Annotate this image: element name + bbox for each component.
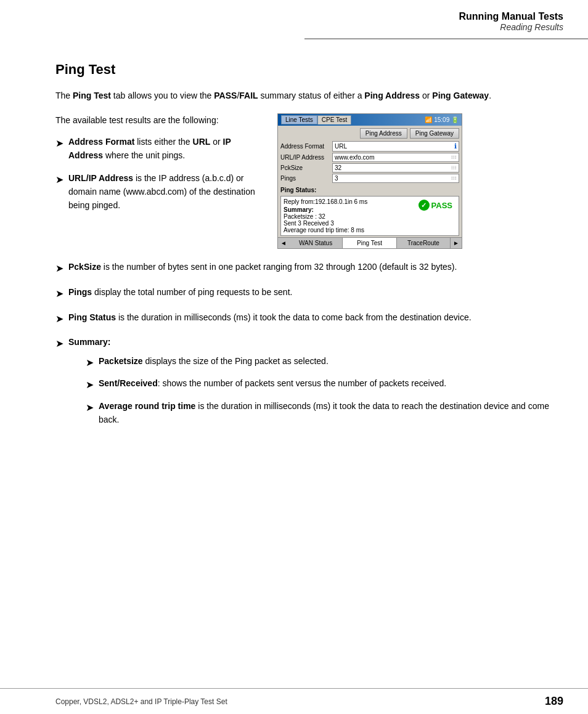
screenshot-bottom-tabs: ◄ WAN Status Ping Test TraceRoute ► xyxy=(278,237,462,248)
arrow-icon-4: ➤ xyxy=(55,286,63,302)
ping-gateway-button[interactable]: Ping Gateway xyxy=(410,128,459,139)
arrow-icon-1: ➤ xyxy=(55,136,63,152)
bold-pass: PASS xyxy=(214,91,237,100)
screenshot-form-area: Address Format URL ℹ URL/IP Address www.… xyxy=(278,140,462,185)
arrow-icon-3: ➤ xyxy=(55,261,63,277)
tab-line-tests[interactable]: Line Tests xyxy=(281,115,317,124)
bullet-list-top: ➤ Address Format lists either the URL or… xyxy=(55,135,265,213)
value-url-ip[interactable]: www.exfo.com ⁞⁞⁞ xyxy=(332,153,459,162)
bottom-tab-wan[interactable]: WAN Status xyxy=(289,238,343,248)
screenshot-title-bar: Line Tests CPE Test 📶 15:09 🔋 xyxy=(278,114,462,126)
pass-badge: ✓ PASS xyxy=(415,198,456,212)
bold-ping-test: Ping Test xyxy=(73,91,111,100)
header-subtitle: Reading Results xyxy=(304,22,563,32)
bottom-tab-ping[interactable]: Ping Test xyxy=(343,238,396,248)
arrow-icon-6: ➤ xyxy=(55,336,63,352)
sub-item-packetsize: ➤ Packetsize displays the size of the Pi… xyxy=(86,354,557,371)
summary-text: Reply from:192.168.0.1in 6 ms Summary: P… xyxy=(284,198,415,233)
footer-page-number: 189 xyxy=(545,695,563,708)
content-row: The available test results are the follo… xyxy=(55,113,557,249)
bold-ping-address: Ping Address xyxy=(364,91,420,100)
form-row-url-ip: URL/IP Address www.exfo.com ⁞⁞⁞ xyxy=(280,153,459,162)
sub-item-sent-received-text: Sent/Received: shows the number of packe… xyxy=(99,376,446,390)
list-item-pings: ➤ Pings display the total number of ping… xyxy=(55,285,557,302)
time-display: 15:09 xyxy=(434,116,449,123)
list-item-summary: ➤ Summary: ➤ Packetsize displays the siz… xyxy=(55,335,557,432)
sub-arrow-icon-2: ➤ xyxy=(86,377,94,393)
list-item-pcksize-text: PckSize is the number of bytes sent in o… xyxy=(68,260,457,274)
page-footer: Copper, VDSL2, ADSL2+ and IP Triple-Play… xyxy=(0,688,588,714)
screenshot-tabs: Line Tests CPE Test xyxy=(281,115,351,124)
form-row-pings: Pings 3 ⁞⁞⁞ xyxy=(280,174,459,183)
list-item-url-ip-text: URL/IP Address is the IP address (a.b.c.… xyxy=(68,171,265,213)
form-row-address-format: Address Format URL ℹ xyxy=(280,141,459,152)
avg-line: Average round trip time: 8 ms xyxy=(284,227,415,233)
label-pings: Pings xyxy=(280,175,330,182)
ping-address-button[interactable]: Ping Address xyxy=(360,128,407,139)
page-title: Ping Test xyxy=(55,62,557,78)
screenshot-column: Line Tests CPE Test 📶 15:09 🔋 Ping Addre… xyxy=(277,113,557,249)
sub-item-sent-received: ➤ Sent/Received: shows the number of pac… xyxy=(86,376,557,393)
list-item-summary-content: Summary: ➤ Packetsize displays the size … xyxy=(68,335,557,432)
battery-icon: 🔋 xyxy=(451,116,459,123)
bold-ping-gateway: Ping Gateway xyxy=(432,91,489,100)
sub-item-avg-round-trip: ➤ Average round trip time is the duratio… xyxy=(86,399,557,427)
bottom-tab-traceroute[interactable]: TraceRoute xyxy=(397,238,451,248)
screenshot-toolbar: Ping Address Ping Gateway xyxy=(278,126,462,140)
right-arrow-icon[interactable]: ► xyxy=(451,238,462,248)
available-text: The available test results are the follo… xyxy=(55,113,265,127)
sub-arrow-icon-1: ➤ xyxy=(86,355,94,371)
footer-product-name: Copper, VDSL2, ADSL2+ and IP Triple-Play… xyxy=(55,697,227,706)
sub-item-packetsize-text: Packetsize displays the size of the Ping… xyxy=(99,354,329,368)
value-pings[interactable]: 3 ⁞⁞⁞ xyxy=(332,174,459,183)
list-item-ping-status: ➤ Ping Status is the duration in millise… xyxy=(55,310,557,327)
header-title: Running Manual Tests xyxy=(304,11,563,22)
list-item-ping-status-text: Ping Status is the duration in milliseco… xyxy=(68,310,472,324)
screenshot-status-icons: 📶 15:09 🔋 xyxy=(425,116,459,123)
screenshot-mockup: Line Tests CPE Test 📶 15:09 🔋 Ping Addre… xyxy=(277,113,462,249)
list-item-pcksize: ➤ PckSize is the number of bytes sent in… xyxy=(55,260,557,277)
value-pcksize[interactable]: 32 ⁞⁞⁞ xyxy=(332,163,459,172)
label-url-ip: URL/IP Address xyxy=(280,154,330,161)
tab-cpe-test[interactable]: CPE Test xyxy=(317,115,352,124)
page-header: Running Manual Tests Reading Results xyxy=(304,0,588,39)
list-item-pings-text: Pings display the total number of ping r… xyxy=(68,285,292,299)
reply-line: Reply from:192.168.0.1in 6 ms xyxy=(284,198,415,205)
form-row-pcksize: PckSize 32 ⁞⁞⁞ xyxy=(280,163,459,172)
ping-status-area: Reply from:192.168.0.1in 6 ms Summary: P… xyxy=(280,196,459,236)
signal-icon: 📶 xyxy=(425,116,432,123)
label-address-format: Address Format xyxy=(280,143,330,150)
label-pcksize: PckSize xyxy=(280,164,330,171)
main-content: Ping Test The Ping Test tab allows you t… xyxy=(55,62,557,665)
sent-received-line: Sent 3 Received 3 xyxy=(284,220,415,227)
ping-status-label: Ping Status: xyxy=(278,185,462,195)
pass-text: PASS xyxy=(431,201,452,210)
sub-arrow-icon-3: ➤ xyxy=(86,400,94,416)
bullet-list-main: ➤ PckSize is the number of bytes sent in… xyxy=(55,260,557,432)
text-column: The available test results are the follo… xyxy=(55,113,265,249)
value-address-format[interactable]: URL ℹ xyxy=(332,141,459,152)
list-item-address-format: ➤ Address Format lists either the URL or… xyxy=(55,135,265,163)
sub-item-avg-round-trip-text: Average round trip time is the duration … xyxy=(99,399,557,427)
list-item-address-format-text: Address Format lists either the URL or I… xyxy=(68,135,265,163)
bold-fail: FAIL xyxy=(239,91,258,100)
pass-check-icon: ✓ xyxy=(419,200,430,211)
packetsize-line: Packetsize : 32 xyxy=(284,213,415,220)
left-arrow-icon[interactable]: ◄ xyxy=(278,238,289,248)
intro-paragraph: The Ping Test tab allows you to view the… xyxy=(55,89,557,102)
summary-label: Summary: xyxy=(284,206,415,213)
sub-bullet-list: ➤ Packetsize displays the size of the Pi… xyxy=(68,354,557,427)
list-item-url-ip: ➤ URL/IP Address is the IP address (a.b.… xyxy=(55,171,265,213)
arrow-icon-5: ➤ xyxy=(55,311,63,327)
arrow-icon-2: ➤ xyxy=(55,172,63,188)
summary-row: Reply from:192.168.0.1in 6 ms Summary: P… xyxy=(284,198,456,233)
